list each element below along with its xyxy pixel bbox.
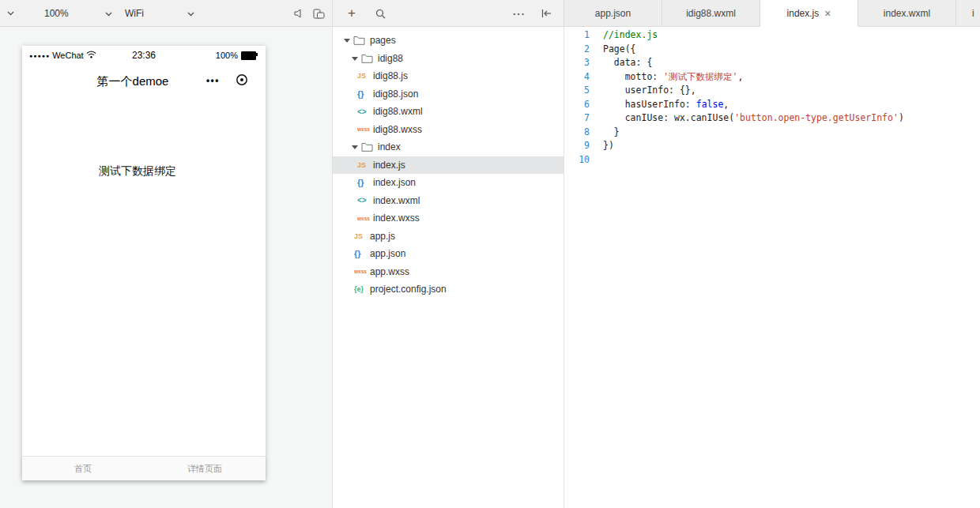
collapse-sidebar-icon[interactable]: [540, 0, 552, 27]
expand-arrow-icon[interactable]: [344, 38, 353, 43]
tree-item-label: index.js: [373, 160, 405, 171]
line-number: 3: [564, 56, 590, 70]
sound-icon[interactable]: [292, 0, 305, 27]
line-number: 4: [564, 70, 590, 85]
tree-item-label: app.js: [370, 231, 395, 242]
phone-simulator: 23:36 ●●●●● WeChat 100% 第一个demoe: [22, 46, 266, 480]
wxss-file-icon: wxss: [357, 216, 373, 221]
main-area: 23:36 ●●●●● WeChat 100% 第一个demoe: [0, 27, 980, 508]
editor-tab-i[interactable]: i: [956, 0, 980, 27]
search-icon[interactable]: [374, 0, 386, 27]
editor-tab-app.json[interactable]: app.json: [564, 0, 662, 27]
editor-tabs: app.jsonidig88.wxmlindex.js×index.wxmli: [564, 0, 980, 27]
code-text: canIUse: wx.canIUse('button.open-type.ge…: [590, 111, 904, 126]
wxml-file-icon: <>: [357, 196, 373, 205]
tree-file-idig88.wxss[interactable]: wxssidig88.wxss: [333, 121, 564, 139]
editor-tab-index.wxml[interactable]: index.wxml: [858, 0, 956, 27]
tree-file-idig88.wxml[interactable]: <>idig88.wxml: [333, 103, 564, 121]
tree-file-app.wxss[interactable]: wxssapp.wxss: [333, 263, 564, 281]
code-line[interactable]: 2Page({: [564, 43, 980, 57]
code-text: }: [590, 126, 620, 140]
expand-arrow-icon[interactable]: [352, 145, 361, 149]
close-tab-icon[interactable]: ×: [824, 8, 831, 19]
code-line[interactable]: 9}): [564, 139, 980, 153]
editor-tab-idig88.wxml[interactable]: idig88.wxml: [662, 0, 760, 27]
code-line[interactable]: 5 userInfo: {},: [564, 84, 980, 98]
line-number: 10: [564, 153, 590, 167]
zoom-dropdown[interactable]: 100%: [44, 0, 112, 27]
chevron-down-icon: [105, 8, 112, 19]
tree-item-label: idig88.js: [373, 70, 408, 81]
tree-file-app.js[interactable]: JSapp.js: [333, 228, 564, 246]
device-select-chevron-icon[interactable]: [5, 0, 16, 27]
line-number: 2: [564, 43, 590, 57]
line-number: 6: [564, 98, 590, 112]
code-line[interactable]: 6 hasUserInfo: false,: [564, 98, 980, 112]
code-text: userInfo: {},: [590, 84, 696, 98]
line-number: 9: [564, 139, 590, 153]
network-dropdown[interactable]: WiFi: [125, 0, 194, 27]
tree-item-label: index.json: [373, 177, 416, 188]
code-line[interactable]: 3 data: {: [564, 56, 980, 70]
tree-file-index.wxss[interactable]: wxssindex.wxss: [333, 209, 564, 228]
js-file-icon: JS: [354, 232, 370, 240]
code-token: Page({: [603, 43, 636, 55]
code-token: ,: [723, 99, 729, 110]
toolbar: 100% WiFi + ··· app.jsonidig: [0, 0, 980, 27]
more-options-button[interactable]: ···: [511, 0, 527, 27]
tree-item-label: idig88: [378, 53, 403, 64]
code-area: 1//index.js2Page({3 data: {4 motto: '测试下…: [564, 28, 980, 167]
status-bar: 23:36 ●●●●● WeChat 100%: [22, 46, 266, 65]
tree-file-index.wxml[interactable]: <>index.wxml: [333, 192, 564, 210]
data-binding-text: 测试下数据绑定: [99, 164, 176, 179]
battery-percent: 100%: [216, 51, 238, 60]
tree-file-idig88.js[interactable]: JSidig88.js: [333, 67, 564, 85]
add-file-button[interactable]: +: [345, 0, 358, 27]
code-line[interactable]: 1//index.js: [564, 28, 980, 43]
json-file-icon: {}: [357, 178, 373, 187]
code-text: hasUserInfo: false,: [590, 98, 729, 112]
code-token: //index.js: [603, 29, 658, 40]
rotate-device-icon[interactable]: [311, 0, 326, 27]
tree-file-app.json[interactable]: {}app.json: [333, 245, 564, 263]
tree-item-label: app.json: [370, 248, 405, 259]
file-tree: pagesidig88JSidig88.js{}idig88.json<>idi…: [333, 32, 564, 299]
code-line[interactable]: 4 motto: '测试下数据绑定',: [564, 70, 980, 85]
tree-file-project.config.json[interactable]: {e}project.config.json: [333, 280, 564, 299]
tree-file-index.js[interactable]: JSindex.js: [333, 156, 564, 175]
mini-program-tabbar: 首页 详情页面: [22, 456, 266, 480]
tree-item-label: project.config.json: [370, 284, 447, 295]
wechat-devtools-window: 100% WiFi + ··· app.jsonidig: [0, 0, 980, 508]
code-text: [590, 153, 603, 167]
tree-folder-index[interactable]: index: [333, 138, 564, 156]
code-line[interactable]: 10: [564, 153, 980, 167]
tab-home[interactable]: 首页: [22, 457, 144, 480]
menu-dots-button[interactable]: •••: [206, 75, 220, 86]
editor-tab-label: index.js: [787, 8, 820, 19]
editor-tab-index.js[interactable]: index.js×: [760, 0, 858, 27]
editor-tab-label: index.wxml: [884, 8, 930, 19]
js-file-icon: JS: [357, 161, 373, 169]
tree-folder-pages[interactable]: pages: [333, 32, 564, 50]
tree-file-index.json[interactable]: {}index.json: [333, 174, 564, 192]
editor-tab-label: idig88.wxml: [686, 8, 736, 19]
tree-item-label: pages: [370, 35, 396, 46]
tree-folder-idig88[interactable]: idig88: [333, 50, 564, 68]
code-text: Page({: [590, 43, 636, 57]
code-token: ): [899, 112, 904, 123]
expand-arrow-icon[interactable]: [352, 56, 361, 61]
home-capsule-button[interactable]: [236, 73, 248, 86]
tree-item-label: index.wxml: [373, 195, 420, 206]
folder-icon: [361, 142, 373, 152]
code-token: 'button.open-type.getUserInfo': [734, 112, 899, 123]
line-number: 8: [564, 126, 590, 140]
tree-file-idig88.json[interactable]: {}idig88.json: [333, 85, 564, 103]
code-line[interactable]: 7 canIUse: wx.canIUse('button.open-type.…: [564, 111, 980, 126]
code-text: }): [590, 139, 614, 153]
code-line[interactable]: 8 }: [564, 126, 980, 140]
code-editor: 1//index.js2Page({3 data: {4 motto: '测试下…: [564, 27, 980, 508]
tab-detail[interactable]: 详情页面: [144, 457, 266, 480]
wxss-file-icon: wxss: [357, 126, 373, 132]
code-text: //index.js: [590, 28, 658, 43]
editor-tab-label: app.json: [595, 8, 631, 19]
